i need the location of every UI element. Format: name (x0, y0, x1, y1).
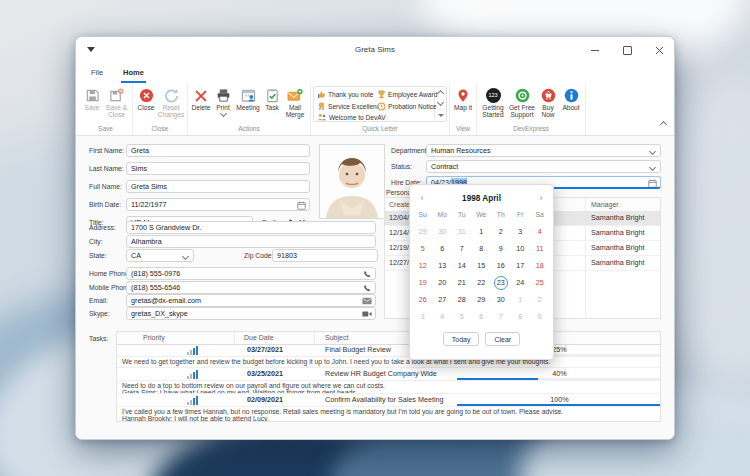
calendar-day[interactable]: 16 (491, 257, 511, 274)
calendar-day[interactable]: 6 (472, 308, 492, 325)
calendar-day[interactable]: 1 (511, 291, 531, 308)
calendar-icon[interactable] (297, 201, 306, 210)
getting-started-button[interactable]: 123 Getting Started (479, 85, 507, 123)
calendar-day[interactable]: 18 (530, 257, 550, 274)
column-header-due-date[interactable]: Due Date (244, 332, 274, 344)
about-button[interactable]: About (559, 85, 583, 123)
gallery-item-thank-you-note[interactable]: Thank you note (317, 90, 373, 99)
app-window: Greta Sims File Home (75, 36, 675, 440)
calendar-day[interactable]: 21 (452, 274, 472, 291)
calendar-day[interactable]: 2 (491, 223, 511, 240)
calendar-day[interactable]: 30 (491, 291, 511, 308)
calendar-day[interactable]: 2 (530, 291, 550, 308)
gallery-dropdown-button[interactable] (435, 110, 446, 121)
calendar-day[interactable]: 26 (413, 291, 433, 308)
skype-input[interactable]: gretas_DX_skype (126, 307, 376, 320)
calendar-day[interactable]: 13 (433, 257, 453, 274)
chevron-down-icon[interactable] (182, 253, 189, 260)
birth-date-input[interactable]: 11/22/1977 (126, 198, 310, 211)
calendar-prev-button[interactable]: ‹ (416, 191, 428, 205)
maximize-button[interactable] (620, 43, 634, 57)
gallery-item-employee-award[interactable]: Employee Award (377, 90, 437, 99)
calendar-today-button[interactable]: Today (443, 332, 480, 346)
close-window-button[interactable] (652, 43, 666, 57)
calendar-day[interactable]: 11 (530, 240, 550, 257)
save-and-close-button[interactable]: Save & Close (103, 85, 130, 123)
calendar-day[interactable]: 7 (452, 240, 472, 257)
zip-code-input[interactable]: 91803 (272, 249, 378, 262)
calendar-day[interactable]: 15 (472, 257, 492, 274)
calendar-day[interactable]: 14 (452, 257, 472, 274)
calendar-day[interactable]: 29 (472, 291, 492, 308)
minimize-button[interactable] (588, 43, 602, 57)
calendar-day[interactable]: 12 (413, 257, 433, 274)
calendar-day-selected[interactable]: 23 (491, 274, 511, 291)
first-name-input[interactable]: Greta (126, 144, 310, 157)
calendar-day[interactable]: 20 (433, 274, 453, 291)
calendar-day[interactable]: 5 (413, 240, 433, 257)
buy-now-button[interactable]: Buy Now (537, 85, 559, 123)
department-dropdown[interactable]: Human Resources (426, 144, 661, 157)
last-name-input[interactable]: Sims (126, 162, 310, 175)
calendar-day[interactable]: 1 (472, 223, 492, 240)
print-button[interactable]: Print (212, 85, 234, 123)
calendar-icon[interactable] (648, 179, 657, 188)
calendar-day[interactable]: 10 (511, 240, 531, 257)
state-dropdown[interactable]: CA (126, 249, 194, 262)
save-button[interactable]: Save (81, 85, 103, 123)
reset-changes-button[interactable]: Reset Changes (157, 85, 185, 123)
calendar-day[interactable]: 25 (530, 274, 550, 291)
calendar-day[interactable]: 24 (511, 274, 531, 291)
map-it-button[interactable]: Map it (452, 85, 474, 123)
calendar-day[interactable]: 31 (452, 223, 472, 240)
print-dropdown-chevron[interactable] (219, 110, 226, 117)
gallery-item-probation-notice[interactable]: Probation Notice (377, 102, 437, 111)
calendar-day[interactable]: 17 (511, 257, 531, 274)
calendar-day[interactable]: 8 (472, 240, 492, 257)
gallery-item-welcome-to-devav[interactable]: Welcome to DevAV (317, 113, 386, 122)
chevron-down-icon[interactable] (649, 164, 656, 171)
calendar-day[interactable]: 19 (413, 274, 433, 291)
email-input[interactable]: gretas@dx-email.com (126, 294, 376, 307)
desktop-background: Greta Sims File Home (0, 0, 750, 476)
calendar-day[interactable]: 7 (491, 308, 511, 325)
column-header-subject[interactable]: Subject (325, 332, 348, 344)
column-header-manager[interactable]: Manager (591, 198, 619, 211)
city-input[interactable]: Alhambra (126, 235, 376, 248)
get-free-support-button[interactable]: Get Free Support (507, 85, 537, 123)
calendar-day[interactable]: 3 (511, 223, 531, 240)
calendar-day[interactable]: 4 (433, 308, 453, 325)
meeting-button[interactable]: Meeting (234, 85, 262, 123)
calendar-day[interactable]: 5 (452, 308, 472, 325)
calendar-day[interactable]: 29 (413, 223, 433, 240)
tab-file[interactable]: File (89, 63, 105, 83)
calendar-day[interactable]: 22 (472, 274, 492, 291)
chevron-down-icon[interactable] (649, 148, 656, 155)
mail-merge-button[interactable]: Mail Merge (282, 85, 308, 123)
calendar-day[interactable]: 30 (433, 223, 453, 240)
employee-photo (319, 144, 385, 219)
gallery-item-service-excellence[interactable]: Service Excellence (317, 102, 384, 111)
calendar-day[interactable]: 3 (413, 308, 433, 325)
full-name-input[interactable]: Greta Sims (126, 180, 310, 193)
home-phone-input[interactable]: (818) 555-0976 (126, 267, 376, 280)
calendar-day[interactable]: 9 (530, 308, 550, 325)
delete-button[interactable]: Delete (190, 85, 212, 123)
calendar-day[interactable]: 9 (491, 240, 511, 257)
calendar-day[interactable]: 8 (511, 308, 531, 325)
calendar-clear-button[interactable]: Clear (485, 332, 520, 346)
task-button[interactable]: Task (262, 85, 282, 123)
column-header-priority[interactable]: Priority (143, 332, 165, 344)
address-input[interactable]: 1700 S Grandview Dr. (126, 221, 376, 234)
calendar-next-button[interactable]: › (535, 191, 547, 205)
tab-home[interactable]: Home (121, 63, 146, 83)
close-record-button[interactable]: Close (135, 85, 157, 123)
calendar-day[interactable]: 4 (530, 223, 550, 240)
status-dropdown[interactable]: Contract (426, 160, 661, 173)
calendar-day[interactable]: 28 (452, 291, 472, 308)
mobile-phone-input[interactable]: (818) 555-6546 (126, 281, 376, 294)
calendar-day[interactable]: 27 (433, 291, 453, 308)
calendar-day[interactable]: 6 (433, 240, 453, 257)
calendar-title[interactable]: 1998 April (428, 194, 535, 203)
ribbon-collapse-button[interactable] (661, 113, 666, 131)
